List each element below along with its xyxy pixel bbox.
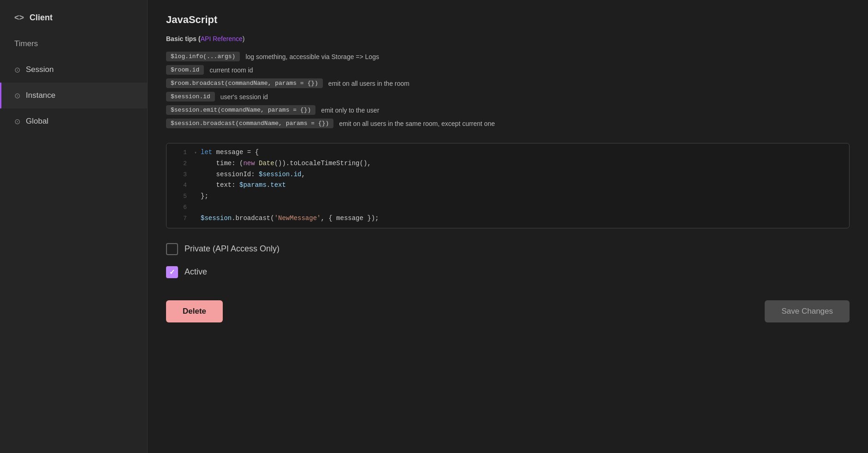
code-line-7: 7 $session.broadcast('NewMessage', { mes… bbox=[166, 213, 849, 224]
basic-tips-text: Basic tips ( bbox=[166, 35, 201, 42]
tip-row-0: $log.info(...args) log something, access… bbox=[166, 52, 850, 61]
tip-code-2: $room.broadcast(commandName, params = {}… bbox=[166, 78, 323, 88]
line-content-2: time: (new Date()).toLocaleTimeString(), bbox=[201, 158, 371, 169]
basic-tips-label: Basic tips (API Reference) bbox=[166, 35, 850, 42]
tip-desc-0: log something, accessible via Storage =>… bbox=[245, 53, 379, 60]
line-num-4: 4 bbox=[174, 180, 187, 191]
tip-code-1: $room.id bbox=[166, 65, 204, 75]
private-checkbox-row: Private (API Access Only) bbox=[166, 243, 850, 255]
code-editor[interactable]: 1 ▾ let message = { 2 time: (new Date())… bbox=[166, 143, 850, 228]
clock-icon-session: ⊙ bbox=[14, 66, 20, 74]
clock-icon-instance: ⊙ bbox=[14, 91, 20, 100]
line-content-6 bbox=[201, 202, 204, 213]
sidebar-item-timers[interactable]: Timers bbox=[0, 31, 147, 57]
active-checkbox[interactable] bbox=[166, 266, 178, 278]
private-checkbox[interactable] bbox=[166, 243, 178, 255]
line-content-1: let message = { bbox=[201, 147, 259, 158]
code-line-1: 1 ▾ let message = { bbox=[166, 147, 849, 158]
sidebar-item-client[interactable]: <> Client bbox=[0, 5, 147, 31]
sidebar-item-instance[interactable]: ⊙ Instance bbox=[0, 83, 147, 108]
tip-row-5: $session.broadcast(commandName, params =… bbox=[166, 119, 850, 128]
tip-desc-2: emit on all users in the room bbox=[328, 80, 410, 87]
line-content-5: }; bbox=[201, 191, 208, 202]
line-arrow-1: ▾ bbox=[194, 149, 198, 157]
api-reference-link[interactable]: API Reference bbox=[201, 35, 243, 42]
tip-code-3: $session.id bbox=[166, 92, 215, 101]
line-num-1: 1 bbox=[174, 148, 187, 158]
active-label: Active bbox=[184, 267, 207, 277]
line-num-2: 2 bbox=[174, 159, 187, 169]
line-num-3: 3 bbox=[174, 170, 187, 180]
line-content-4: text: $params.text bbox=[201, 180, 286, 191]
tip-row-3: $session.id user's session id bbox=[166, 92, 850, 101]
tip-desc-3: user's session id bbox=[220, 93, 268, 101]
sidebar-item-global[interactable]: ⊙ Global bbox=[0, 108, 147, 134]
active-checkbox-row: Active bbox=[166, 266, 850, 278]
main-content: JavaScript Basic tips (API Reference) $l… bbox=[148, 0, 868, 453]
sidebar-item-instance-label: Instance bbox=[26, 91, 55, 100]
tip-code-0: $log.info(...args) bbox=[166, 52, 240, 61]
code-lines: 1 ▾ let message = { 2 time: (new Date())… bbox=[166, 143, 849, 228]
sidebar-item-session[interactable]: ⊙ Session bbox=[0, 57, 147, 83]
code-icon: <> bbox=[14, 13, 24, 23]
clock-icon-global: ⊙ bbox=[14, 117, 20, 126]
code-line-6: 6 bbox=[166, 202, 849, 213]
line-num-7: 7 bbox=[174, 214, 187, 224]
tip-row-2: $room.broadcast(commandName, params = {}… bbox=[166, 78, 850, 88]
sidebar-item-session-label: Session bbox=[26, 65, 54, 74]
sidebar-item-global-label: Global bbox=[26, 117, 48, 126]
sidebar-item-client-label: Client bbox=[30, 13, 53, 23]
save-button[interactable]: Save Changes bbox=[765, 300, 850, 322]
page-title: JavaScript bbox=[166, 14, 850, 26]
code-line-3: 3 sessionId: $session.id, bbox=[166, 169, 849, 180]
tip-desc-4: emit only to the user bbox=[321, 107, 379, 114]
line-num-5: 5 bbox=[174, 191, 187, 202]
tip-code-4: $session.emit(commandName, params = {}) bbox=[166, 105, 315, 115]
delete-button[interactable]: Delete bbox=[166, 300, 223, 322]
code-line-4: 4 text: $params.text bbox=[166, 180, 849, 191]
line-content-7: $session.broadcast('NewMessage', { messa… bbox=[201, 213, 379, 224]
tip-desc-5: emit on all users in the same room, exce… bbox=[339, 120, 495, 127]
tip-desc-1: current room id bbox=[209, 66, 253, 74]
code-line-5: 5 }; bbox=[166, 191, 849, 202]
buttons-row: Delete Save Changes bbox=[166, 300, 850, 322]
tip-row-1: $room.id current room id bbox=[166, 65, 850, 75]
tip-row-4: $session.emit(commandName, params = {}) … bbox=[166, 105, 850, 115]
line-content-3: sessionId: $session.id, bbox=[201, 169, 305, 180]
api-ref-close: ) bbox=[243, 35, 245, 42]
code-line-2: 2 time: (new Date()).toLocaleTimeString(… bbox=[166, 158, 849, 169]
line-num-6: 6 bbox=[174, 203, 187, 213]
sidebar-item-timers-label: Timers bbox=[14, 39, 38, 48]
tips-list: $log.info(...args) log something, access… bbox=[166, 52, 850, 128]
sidebar: <> Client Timers ⊙ Session ⊙ Instance ⊙ … bbox=[0, 0, 148, 453]
private-label: Private (API Access Only) bbox=[184, 244, 279, 254]
tip-code-5: $session.broadcast(commandName, params =… bbox=[166, 119, 333, 128]
